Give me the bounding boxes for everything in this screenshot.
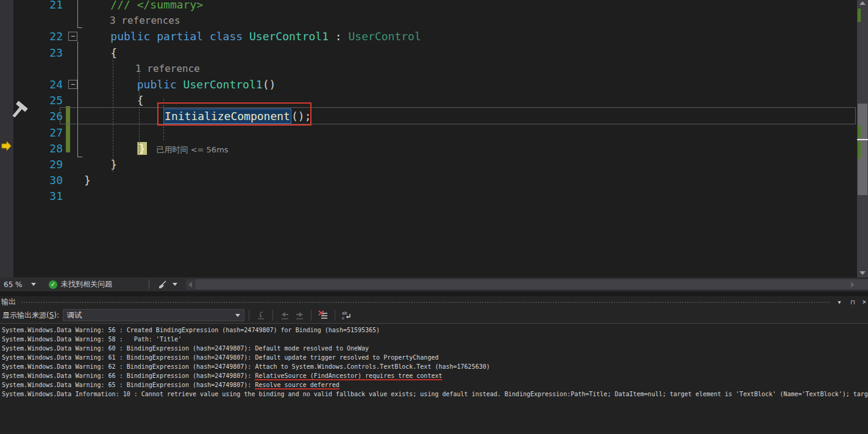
code-line[interactable]: 25 { [13,93,857,108]
codelens-annotation[interactable]: 3 references [13,13,857,29]
code-token: public [137,78,177,91]
output-text: System.Windows.Data Warning: 56 : Create… [2,327,380,333]
line-number[interactable] [13,61,65,77]
divider [311,310,311,321]
code-line[interactable]: 22− public partial class UserControl1 : … [13,29,857,44]
fold-margin[interactable]: − [65,29,83,44]
document-health-indicator[interactable]: ✓ 未找到相关问题 [49,279,112,290]
next-message-button[interactable] [292,308,307,322]
output-console[interactable]: System.Windows.Data Warning: 56 : Create… [0,324,868,434]
line-number[interactable]: 23 [13,45,65,61]
code-text [83,188,857,204]
code-line[interactable]: 30} [13,173,857,188]
scrollbar-change-mark [858,9,861,22]
fold-margin[interactable] [65,93,83,108]
output-text: System.Windows.Data Warning: 66 : Bindin… [2,372,255,379]
find-message-button[interactable] [254,308,268,322]
next-message-icon [295,311,304,320]
show-output-from-label: 显示输出来源(S): [2,310,59,321]
line-number[interactable]: 26 [13,108,65,124]
scroll-down-arrow-icon[interactable] [859,271,866,275]
code-line[interactable]: 31 [13,188,857,204]
code-line[interactable]: 23 { [13,45,857,61]
code-line[interactable]: 21 /// </summary> [13,0,857,13]
line-number[interactable]: 22 [13,29,65,44]
editor-rows[interactable]: 21 /// </summary>3 references22− public … [13,0,857,204]
fold-margin[interactable] [65,125,83,141]
pin-icon[interactable]: ⊓ [848,299,857,305]
svg-text:c: c [342,316,344,320]
titlebar-grip[interactable] [21,301,830,304]
line-number[interactable]: 21 [13,0,65,13]
close-icon[interactable]: ✕ [862,299,866,305]
code-token: { [84,94,144,107]
line-number[interactable]: 27 [13,125,65,141]
code-cleanup-button[interactable] [158,280,177,290]
line-number[interactable]: 25 [13,93,65,108]
fold-margin[interactable] [65,61,83,77]
line-number[interactable]: 24 [13,77,65,93]
chevron-down-icon[interactable] [173,283,177,286]
line-number[interactable]: 29 [13,157,65,173]
fold-margin[interactable] [65,188,83,204]
code-token: class [210,30,243,43]
code-token [177,78,183,91]
previous-message-button[interactable] [277,308,292,322]
output-line: System.Windows.Data Warning: 66 : Bindin… [2,371,868,380]
output-toolbar: 显示输出来源(S): 调试 [0,307,868,324]
clear-all-button[interactable] [316,308,330,322]
fold-margin[interactable] [65,45,83,61]
scroll-left-arrow-icon[interactable] [188,282,192,288]
panel-splitter[interactable] [0,291,868,296]
scrollbar-caret-mark [857,139,868,140]
code-editor[interactable]: 21 /// </summary>3 references22− public … [0,0,868,277]
red-underlined-text: Resolve source deferred [255,382,339,390]
chevron-down-icon[interactable] [31,283,36,286]
broom-icon [158,280,168,290]
zoom-value: 65 % [4,280,23,289]
line-number[interactable]: 30 [13,173,65,188]
editor-vertical-scrollbar[interactable] [857,0,868,277]
scroll-right-arrow-icon[interactable] [851,282,855,288]
output-titlebar[interactable]: 输出 ▾ ⊓ ✕ [0,296,868,307]
line-number[interactable]: 31 [13,188,65,204]
fold-margin[interactable]: − [65,77,83,93]
codelens-annotation[interactable]: 1 reference [13,61,857,77]
code-line[interactable]: 28 }已用时间 <= 56ms [13,141,857,157]
line-number[interactable] [13,13,65,29]
code-token [203,30,210,43]
fold-margin[interactable] [65,141,83,157]
code-line[interactable]: 29 } [13,157,857,173]
codelens-text: 3 references [83,13,857,29]
line-number[interactable]: 28 [13,141,65,157]
code-text: } [83,157,857,173]
scroll-up-arrow-icon[interactable] [859,1,866,5]
code-token: { [84,46,117,59]
window-position-menu-icon[interactable]: ▾ [835,299,844,305]
collapse-toggle-icon[interactable]: − [68,32,77,41]
fold-margin[interactable] [65,0,83,13]
output-text: System.Windows.Data Warning: 61 : Bindin… [2,354,438,361]
code-line[interactable]: 24− public UserControl1() [13,77,857,93]
word-wrap-button[interactable]: ab c [340,308,354,322]
output-source-select[interactable]: 调试 [63,309,244,321]
fold-margin[interactable] [65,13,83,29]
code-line[interactable]: 27 [13,125,857,141]
fold-margin[interactable] [65,157,83,173]
scrollbar-thumb[interactable] [196,279,868,290]
code-token [243,30,249,43]
output-line: System.Windows.Data Warning: 61 : Bindin… [2,353,868,362]
code-token: } [137,142,147,155]
editor-horizontal-scrollbar[interactable] [186,279,868,290]
output-line: System.Windows.Data Warning: 62 : Bindin… [2,362,868,371]
fold-margin[interactable] [65,173,83,188]
zoom-select[interactable]: 65 % [0,277,40,291]
visual-studio-window: 21 /// </summary>3 references22− public … [0,0,868,434]
breakpoint-margin[interactable] [0,0,13,277]
chevron-down-icon[interactable] [235,314,240,317]
code-line[interactable]: 26 InitializeComponent(); [13,108,857,124]
collapse-toggle-icon[interactable]: − [68,80,77,89]
word-wrap-icon: ab c [341,310,352,320]
output-line: System.Windows.Data Warning: 58 : Path: … [2,335,868,344]
fold-margin[interactable] [65,108,83,124]
